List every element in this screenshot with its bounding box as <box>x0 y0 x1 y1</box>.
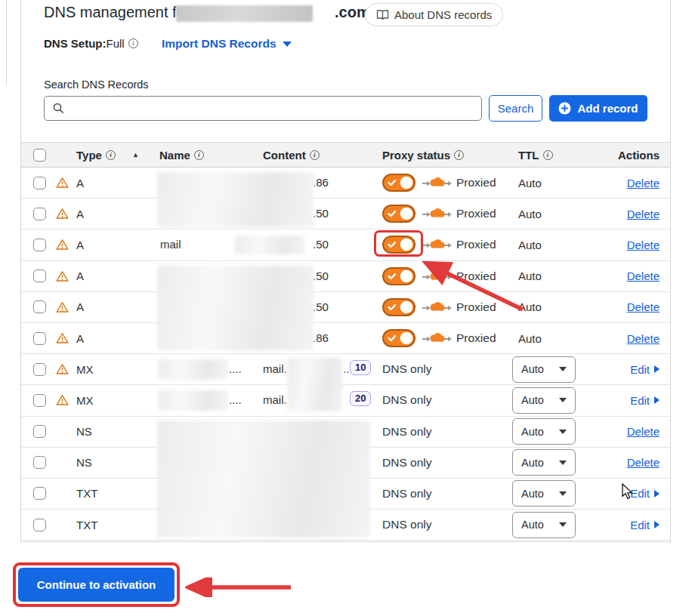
search-button[interactable]: Search <box>489 95 542 122</box>
row-checkbox[interactable] <box>33 177 46 189</box>
redacted-record-name <box>158 390 227 411</box>
ttl-dropdown[interactable]: Auto <box>512 418 576 445</box>
proxy-toggle-on[interactable] <box>382 174 416 192</box>
chevron-down-icon <box>559 460 567 465</box>
record-type: MX <box>76 363 94 376</box>
info-circle-icon[interactable] <box>128 38 138 48</box>
ttl-dropdown[interactable]: Auto <box>512 356 576 383</box>
table-header-row: Type Name Content Proxy status <box>21 142 670 168</box>
redacted-record-name <box>158 359 227 380</box>
chevron-down-icon <box>559 367 567 371</box>
warning-triangle-icon[interactable] <box>56 239 69 251</box>
about-dns-records-button[interactable]: About DNS records <box>365 3 503 26</box>
table-row: A .50 <box>21 292 670 323</box>
row-checkbox[interactable] <box>33 456 46 469</box>
magnifier-icon <box>52 102 65 115</box>
proxy-toggle-on[interactable] <box>382 298 416 316</box>
row-checkbox[interactable] <box>33 487 46 500</box>
row-checkbox[interactable] <box>33 270 46 282</box>
row-checkbox[interactable] <box>33 239 46 251</box>
ttl-dropdown[interactable]: Auto <box>512 512 576 538</box>
search-input-field[interactable] <box>65 97 481 120</box>
delete-link[interactable]: Delete <box>627 270 660 282</box>
record-type: NS <box>76 425 92 438</box>
record-type: A <box>76 300 84 313</box>
warning-triangle-icon[interactable] <box>56 270 69 282</box>
edit-link[interactable]: Edit <box>630 487 660 500</box>
edit-link-label: Edit <box>630 394 650 407</box>
table-row: A .50 <box>21 199 670 229</box>
warning-triangle-icon[interactable] <box>56 177 69 189</box>
proxy-status-group: Proxied <box>382 236 496 254</box>
mx-priority-badge: 10 <box>350 360 371 375</box>
ttl-dropdown[interactable]: Auto <box>512 449 576 476</box>
edit-link[interactable]: Edit <box>630 519 660 531</box>
edit-link-label: Edit <box>630 363 650 376</box>
delete-link[interactable]: Delete <box>627 456 660 469</box>
edit-link-label: Edit <box>630 487 650 500</box>
delete-link[interactable]: Delete <box>627 425 660 438</box>
about-dns-records-label: About DNS records <box>394 8 492 21</box>
row-checkbox[interactable] <box>33 425 46 438</box>
chevron-right-icon <box>654 521 660 528</box>
ttl-info-icon[interactable] <box>543 150 553 160</box>
col-header-type[interactable]: Type <box>76 149 102 162</box>
delete-link[interactable]: Delete <box>627 177 660 189</box>
chevron-down-icon <box>559 522 567 527</box>
import-dns-records-link[interactable]: Import DNS Records <box>162 37 292 51</box>
name-info-icon[interactable] <box>194 150 204 160</box>
content-info-icon[interactable] <box>310 150 320 160</box>
col-header-proxy-status[interactable]: Proxy status <box>382 149 450 162</box>
col-header-actions: Actions <box>618 149 660 162</box>
select-all-checkbox[interactable] <box>33 149 46 162</box>
dns-only-label: DNS only <box>382 456 431 470</box>
delete-link[interactable]: Delete <box>627 239 660 251</box>
warning-triangle-icon[interactable] <box>56 208 69 220</box>
row-checkbox[interactable] <box>33 363 46 376</box>
row-checkbox[interactable] <box>33 208 46 220</box>
warning-triangle-icon[interactable] <box>56 301 69 313</box>
search-input[interactable] <box>44 96 482 121</box>
record-content-suffix: .50 <box>313 270 329 282</box>
proxy-status-label: Proxied <box>456 270 496 283</box>
warning-triangle-icon[interactable] <box>56 363 69 375</box>
proxy-toggle-on[interactable] <box>382 205 416 223</box>
edit-link[interactable]: Edit <box>630 363 660 376</box>
col-header-name[interactable]: Name <box>159 149 190 162</box>
col-header-content[interactable]: Content <box>263 149 306 162</box>
delete-link[interactable]: Delete <box>627 208 660 220</box>
add-record-label: Add record <box>577 102 638 115</box>
proxy-status-label: Proxied <box>456 331 496 345</box>
proxy-status-group: Proxied <box>382 298 496 316</box>
record-content-suffix: .86 <box>313 331 329 344</box>
ttl-dropdown[interactable]: Auto <box>512 480 576 507</box>
row-checkbox[interactable] <box>33 300 46 313</box>
proxy-toggle-on[interactable] <box>382 267 416 285</box>
type-info-icon[interactable] <box>106 150 116 160</box>
dns-setup-label: DNS Setup: <box>44 37 107 50</box>
sort-ascending-icon[interactable] <box>132 151 139 159</box>
row-checkbox[interactable] <box>33 332 46 345</box>
row-checkbox[interactable] <box>33 519 46 531</box>
proxy-status-group: Proxied <box>382 174 496 192</box>
proxy-toggle-on[interactable] <box>382 329 416 347</box>
delete-link[interactable]: Delete <box>627 300 660 313</box>
record-type: A <box>76 208 84 220</box>
edit-link[interactable]: Edit <box>630 394 660 407</box>
delete-link[interactable]: Delete <box>627 332 660 345</box>
col-header-ttl[interactable]: TTL <box>518 149 539 162</box>
ttl-dropdown-value: Auto <box>521 488 544 500</box>
dns-only-label: DNS only <box>382 518 431 531</box>
row-checkbox[interactable] <box>33 394 46 407</box>
warning-triangle-icon[interactable] <box>56 394 69 406</box>
add-record-button[interactable]: Add record <box>549 95 647 122</box>
redacted-block-mx-content <box>287 358 342 411</box>
table-row: A mail .50 <box>21 229 670 260</box>
table-row: A .86 <box>21 168 670 199</box>
redacted-block-ns-txt <box>157 420 370 537</box>
record-type: NS <box>76 456 92 469</box>
proxy-status-info-icon[interactable] <box>454 150 464 160</box>
warning-triangle-icon[interactable] <box>56 332 69 344</box>
record-type: A <box>76 332 84 345</box>
ttl-dropdown[interactable]: Auto <box>512 387 576 414</box>
